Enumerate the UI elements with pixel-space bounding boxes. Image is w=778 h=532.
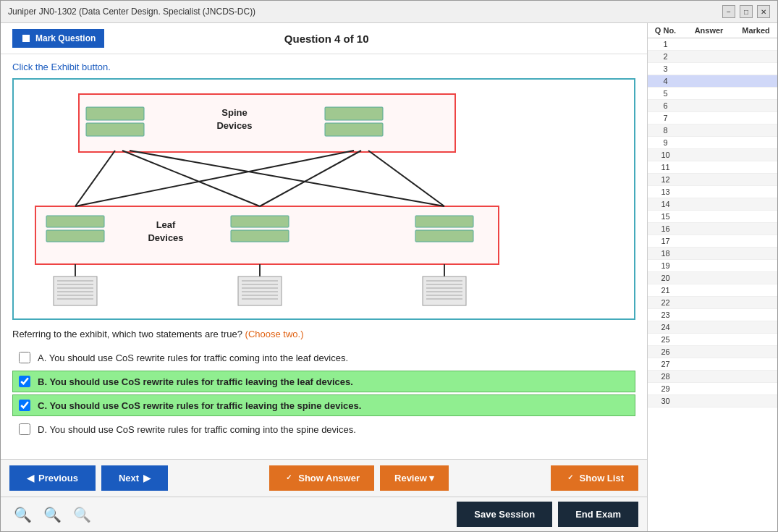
sidebar-row[interactable]: 21 bbox=[648, 284, 777, 297]
previous-button[interactable]: ◀ Previous bbox=[9, 465, 96, 491]
answer-options: A. You should use CoS rewrite rules for … bbox=[12, 347, 635, 440]
exhibit-box: Spine Devices bbox=[12, 78, 635, 320]
svg-rect-13 bbox=[415, 230, 473, 242]
next-arrow-icon: ▶ bbox=[143, 473, 151, 484]
close-button[interactable]: ✕ bbox=[757, 5, 770, 18]
svg-line-16 bbox=[75, 151, 115, 206]
sidebar-row[interactable]: 6 bbox=[648, 100, 777, 112]
show-list-icon bbox=[565, 473, 575, 484]
nav-buttons: ◀ Previous Next ▶ bbox=[9, 465, 168, 491]
network-diagram: Spine Devices bbox=[21, 87, 585, 311]
option-b-label: B. You should use CoS rewrite rules for … bbox=[38, 376, 353, 387]
sidebar-row[interactable]: 29 bbox=[648, 383, 777, 395]
next-button[interactable]: Next ▶ bbox=[101, 465, 168, 491]
option-d[interactable]: D. You should use CoS rewrite rules for … bbox=[12, 418, 635, 440]
end-exam-button[interactable]: End Exam bbox=[558, 502, 638, 527]
maximize-button[interactable]: □ bbox=[740, 5, 753, 18]
bottom-bar: ◀ Previous Next ▶ Show Answer Review bbox=[1, 459, 647, 497]
sidebar-row[interactable]: 15 bbox=[648, 211, 777, 223]
sidebar-row[interactable]: 1 bbox=[648, 38, 777, 51]
sidebar-row[interactable]: 16 bbox=[648, 223, 777, 235]
svg-rect-8 bbox=[46, 216, 104, 227]
svg-text:Spine: Spine bbox=[221, 107, 247, 118]
sidebar-row[interactable]: 26 bbox=[648, 346, 777, 358]
sidebar-row[interactable]: 20 bbox=[648, 272, 777, 284]
sidebar-row[interactable]: 12 bbox=[648, 174, 777, 186]
sidebar-row[interactable]: 23 bbox=[648, 309, 777, 321]
content-area: Click the Exhibit button. bbox=[1, 54, 647, 459]
question-title: Question 4 of 10 bbox=[284, 33, 369, 45]
zoom-controls: 🔍 🔍 🔍 bbox=[9, 504, 96, 525]
sidebar-row[interactable]: 10 bbox=[648, 149, 777, 161]
minimize-button[interactable]: − bbox=[722, 5, 735, 18]
sidebar-row[interactable]: 7 bbox=[648, 112, 777, 124]
checkbox-d[interactable] bbox=[19, 423, 30, 435]
network-svg: Spine Devices bbox=[21, 87, 585, 311]
window-controls[interactable]: − □ ✕ bbox=[722, 5, 770, 18]
svg-text:Leaf: Leaf bbox=[156, 219, 176, 230]
option-c[interactable]: C. You should use CoS rewrite rules for … bbox=[12, 394, 635, 416]
svg-line-21 bbox=[368, 151, 444, 206]
sidebar-row[interactable]: 25 bbox=[648, 334, 777, 346]
prev-arrow-icon: ◀ bbox=[27, 473, 34, 484]
choose-instruction: (Choose two.) bbox=[245, 329, 304, 339]
option-b[interactable]: B. You should use CoS rewrite rules for … bbox=[12, 371, 635, 392]
svg-rect-12 bbox=[415, 216, 473, 227]
exhibit-instruction: Click the Exhibit button. bbox=[12, 62, 635, 72]
sidebar-row[interactable]: 11 bbox=[648, 161, 777, 174]
svg-rect-3 bbox=[86, 123, 144, 136]
svg-rect-4 bbox=[325, 107, 383, 120]
svg-text:Devices: Devices bbox=[216, 120, 252, 131]
show-list-button[interactable]: Show List bbox=[551, 465, 638, 491]
mark-question-button[interactable]: Mark Question bbox=[12, 29, 104, 48]
option-c-label: C. You should use CoS rewrite rules for … bbox=[38, 400, 361, 411]
marked-header: Marked bbox=[736, 26, 776, 35]
svg-line-17 bbox=[122, 151, 260, 206]
option-a[interactable]: A. You should use CoS rewrite rules for … bbox=[12, 347, 635, 368]
sidebar-row[interactable]: 24 bbox=[648, 321, 777, 334]
sidebar-row[interactable]: 4 bbox=[648, 75, 777, 88]
checkbox-a[interactable] bbox=[19, 352, 30, 363]
answer-header: Answer bbox=[682, 26, 736, 35]
checkbox-c[interactable] bbox=[19, 400, 30, 411]
sidebar-row[interactable]: 22 bbox=[648, 297, 777, 309]
svg-rect-9 bbox=[46, 230, 104, 242]
svg-rect-5 bbox=[325, 123, 383, 136]
sidebar-row[interactable]: 9 bbox=[648, 137, 777, 149]
svg-rect-2 bbox=[86, 107, 144, 120]
svg-rect-11 bbox=[231, 230, 289, 242]
sidebar-row[interactable]: 2 bbox=[648, 51, 777, 63]
sidebar-header: Q No. Answer Marked bbox=[648, 23, 777, 38]
window-title: Juniper JN0-1302 (Data Center Design. Sp… bbox=[8, 7, 255, 17]
sidebar-row[interactable]: 14 bbox=[648, 198, 777, 211]
sidebar-row[interactable]: 28 bbox=[648, 371, 777, 383]
sidebar-row[interactable]: 18 bbox=[648, 248, 777, 260]
svg-rect-10 bbox=[231, 216, 289, 227]
center-buttons: Show Answer Review ▾ bbox=[269, 465, 449, 491]
show-answer-button[interactable]: Show Answer bbox=[269, 465, 374, 491]
svg-line-18 bbox=[130, 151, 444, 206]
save-session-button[interactable]: Save Session bbox=[457, 502, 552, 527]
option-d-label: D. You should use CoS rewrite rules for … bbox=[38, 424, 356, 435]
sidebar-row[interactable]: 5 bbox=[648, 88, 777, 100]
svg-text:Devices: Devices bbox=[148, 232, 183, 243]
sidebar-row[interactable]: 13 bbox=[648, 186, 777, 198]
zoom-in-button[interactable]: 🔍 bbox=[9, 504, 36, 525]
sidebar-row[interactable]: 27 bbox=[648, 358, 777, 371]
zoom-normal-button[interactable]: 🔍 bbox=[39, 504, 66, 525]
sidebar-row[interactable]: 3 bbox=[648, 63, 777, 75]
checkbox-b[interactable] bbox=[19, 376, 30, 387]
sidebar-row[interactable]: 17 bbox=[648, 235, 777, 248]
sidebar-row[interactable]: 8 bbox=[648, 124, 777, 137]
question-text: Referring to the exhibit, which two stat… bbox=[12, 329, 635, 339]
zoom-out-button[interactable]: 🔍 bbox=[69, 504, 96, 525]
sidebar-row[interactable]: 19 bbox=[648, 260, 777, 272]
session-buttons: Save Session End Exam bbox=[457, 502, 638, 527]
sidebar-row[interactable]: 30 bbox=[648, 395, 777, 408]
question-list-panel: Q No. Answer Marked 12345678910111213141… bbox=[647, 23, 777, 531]
right-buttons: Show List bbox=[551, 465, 638, 491]
review-button[interactable]: Review ▾ bbox=[380, 465, 449, 491]
mark-checkbox-icon bbox=[21, 33, 31, 43]
question-list[interactable]: 1234567891011121314151617181920212223242… bbox=[648, 38, 777, 531]
question-header: Mark Question Question 4 of 10 bbox=[1, 23, 647, 54]
